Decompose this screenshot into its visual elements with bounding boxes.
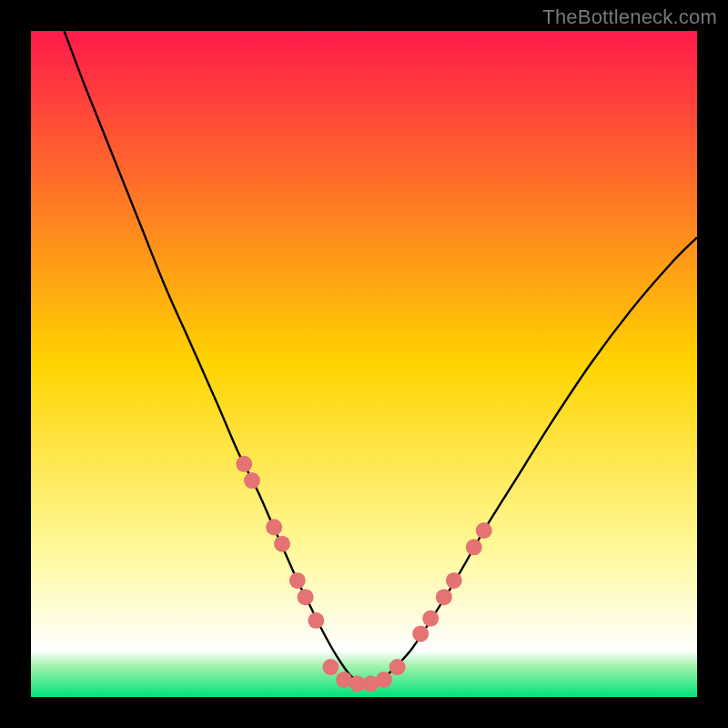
gradient-background <box>31 31 697 697</box>
curve-marker <box>412 625 429 642</box>
curve-marker <box>308 612 324 629</box>
curve-marker <box>274 536 290 552</box>
bottleneck-chart <box>31 31 697 697</box>
curve-marker <box>236 456 252 472</box>
watermark-text: TheBottleneck.com <box>542 5 717 29</box>
chart-frame: TheBottleneck.com <box>0 0 728 728</box>
curve-marker <box>298 589 314 605</box>
curve-marker <box>289 572 306 589</box>
curve-marker <box>466 539 482 555</box>
curve-marker <box>266 519 282 535</box>
curve-marker <box>436 589 452 605</box>
curve-marker <box>376 672 392 688</box>
curve-marker <box>446 572 462 589</box>
curve-marker <box>322 659 339 675</box>
curve-marker <box>422 611 439 627</box>
curve-marker <box>389 659 406 675</box>
curve-marker <box>476 522 492 539</box>
curve-marker <box>244 472 260 489</box>
